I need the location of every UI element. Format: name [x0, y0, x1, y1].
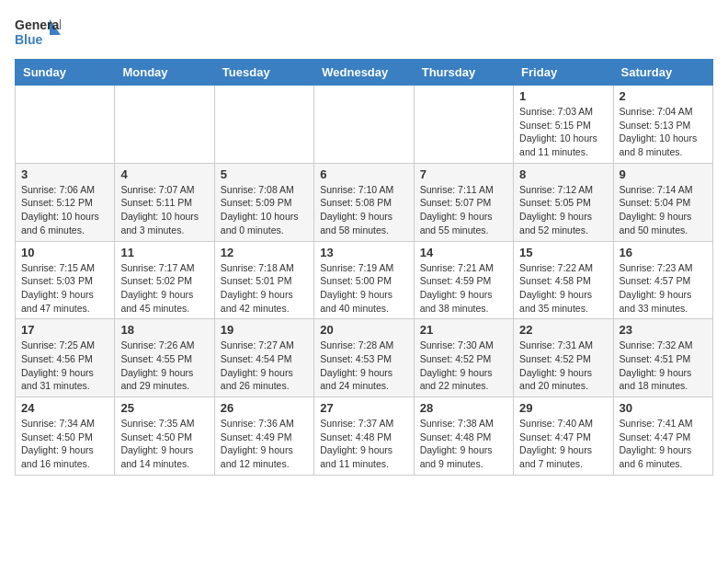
svg-text:General: General: [15, 17, 61, 32]
day-info: Sunrise: 7:08 AM Sunset: 5:09 PM Dayligh…: [221, 183, 308, 237]
calendar-cell: 14Sunrise: 7:21 AM Sunset: 4:59 PM Dayli…: [414, 241, 513, 319]
day-info: Sunrise: 7:31 AM Sunset: 4:52 PM Dayligh…: [519, 339, 607, 393]
calendar-cell: 23Sunrise: 7:32 AM Sunset: 4:51 PM Dayli…: [613, 319, 712, 397]
day-info: Sunrise: 7:40 AM Sunset: 4:47 PM Dayligh…: [519, 417, 607, 471]
day-info: Sunrise: 7:03 AM Sunset: 5:15 PM Dayligh…: [519, 105, 607, 159]
day-number: 12: [221, 246, 308, 259]
calendar-week-3: 10Sunrise: 7:15 AM Sunset: 5:03 PM Dayli…: [16, 241, 713, 319]
day-info: Sunrise: 7:38 AM Sunset: 4:48 PM Dayligh…: [420, 417, 507, 471]
day-number: 18: [120, 323, 208, 337]
day-number: 24: [21, 401, 108, 415]
day-number: 17: [21, 323, 108, 337]
day-number: 15: [519, 246, 607, 259]
calendar-cell: 17Sunrise: 7:25 AM Sunset: 4:56 PM Dayli…: [16, 319, 115, 397]
day-info: Sunrise: 7:14 AM Sunset: 5:04 PM Dayligh…: [620, 183, 707, 237]
col-header-tuesday: Tuesday: [214, 60, 313, 86]
day-number: 28: [420, 401, 507, 415]
day-info: Sunrise: 7:18 AM Sunset: 5:01 PM Dayligh…: [221, 261, 308, 316]
page-header: GeneralBlue: [15, 15, 713, 52]
calendar-cell: 1Sunrise: 7:03 AM Sunset: 5:15 PM Daylig…: [514, 86, 613, 164]
day-info: Sunrise: 7:23 AM Sunset: 4:57 PM Dayligh…: [620, 261, 707, 316]
calendar-cell: 19Sunrise: 7:27 AM Sunset: 4:54 PM Dayli…: [214, 319, 313, 397]
calendar-cell: 26Sunrise: 7:36 AM Sunset: 4:49 PM Dayli…: [214, 397, 313, 476]
day-info: Sunrise: 7:36 AM Sunset: 4:49 PM Dayligh…: [221, 417, 308, 471]
calendar-cell: 25Sunrise: 7:35 AM Sunset: 4:50 PM Dayli…: [115, 397, 214, 476]
calendar-week-5: 24Sunrise: 7:34 AM Sunset: 4:50 PM Dayli…: [16, 397, 713, 476]
day-number: 5: [221, 167, 308, 181]
calendar-cell: 6Sunrise: 7:10 AM Sunset: 5:08 PM Daylig…: [314, 163, 414, 241]
calendar-cell: 21Sunrise: 7:30 AM Sunset: 4:52 PM Dayli…: [414, 319, 513, 397]
calendar-week-4: 17Sunrise: 7:25 AM Sunset: 4:56 PM Dayli…: [16, 319, 713, 397]
day-info: Sunrise: 7:15 AM Sunset: 5:03 PM Dayligh…: [21, 261, 108, 316]
day-info: Sunrise: 7:37 AM Sunset: 4:48 PM Dayligh…: [320, 417, 407, 471]
day-info: Sunrise: 7:21 AM Sunset: 4:59 PM Dayligh…: [420, 261, 507, 316]
col-header-friday: Friday: [514, 60, 613, 86]
calendar-cell: 22Sunrise: 7:31 AM Sunset: 4:52 PM Dayli…: [514, 319, 613, 397]
calendar-cell: [414, 86, 513, 164]
day-number: 30: [620, 401, 707, 415]
calendar-cell: 29Sunrise: 7:40 AM Sunset: 4:47 PM Dayli…: [514, 397, 613, 476]
day-number: 9: [620, 167, 707, 181]
day-info: Sunrise: 7:10 AM Sunset: 5:08 PM Dayligh…: [320, 183, 407, 237]
col-header-monday: Monday: [115, 60, 214, 86]
calendar-cell: 9Sunrise: 7:14 AM Sunset: 5:04 PM Daylig…: [613, 163, 712, 241]
calendar: SundayMondayTuesdayWednesdayThursdayFrid…: [15, 59, 713, 476]
day-number: 29: [519, 401, 607, 415]
day-info: Sunrise: 7:04 AM Sunset: 5:13 PM Dayligh…: [620, 105, 707, 159]
day-info: Sunrise: 7:25 AM Sunset: 4:56 PM Dayligh…: [21, 339, 108, 393]
day-number: 13: [320, 246, 407, 259]
calendar-cell: [115, 86, 214, 164]
calendar-week-1: 1Sunrise: 7:03 AM Sunset: 5:15 PM Daylig…: [16, 86, 713, 164]
day-info: Sunrise: 7:26 AM Sunset: 4:55 PM Dayligh…: [120, 339, 208, 393]
day-number: 26: [221, 401, 308, 415]
calendar-cell: 13Sunrise: 7:19 AM Sunset: 5:00 PM Dayli…: [314, 241, 414, 319]
day-info: Sunrise: 7:27 AM Sunset: 4:54 PM Dayligh…: [221, 339, 308, 393]
calendar-cell: 18Sunrise: 7:26 AM Sunset: 4:55 PM Dayli…: [115, 319, 214, 397]
logo: GeneralBlue: [15, 15, 61, 52]
calendar-cell: 5Sunrise: 7:08 AM Sunset: 5:09 PM Daylig…: [214, 163, 313, 241]
day-info: Sunrise: 7:32 AM Sunset: 4:51 PM Dayligh…: [620, 339, 707, 393]
calendar-header-row: SundayMondayTuesdayWednesdayThursdayFrid…: [16, 60, 713, 86]
day-info: Sunrise: 7:11 AM Sunset: 5:07 PM Dayligh…: [420, 183, 507, 237]
calendar-cell: 15Sunrise: 7:22 AM Sunset: 4:58 PM Dayli…: [514, 241, 613, 319]
calendar-cell: 11Sunrise: 7:17 AM Sunset: 5:02 PM Dayli…: [115, 241, 214, 319]
day-info: Sunrise: 7:07 AM Sunset: 5:11 PM Dayligh…: [120, 183, 208, 237]
col-header-saturday: Saturday: [613, 60, 712, 86]
calendar-cell: 24Sunrise: 7:34 AM Sunset: 4:50 PM Dayli…: [16, 397, 115, 476]
day-number: 1: [519, 89, 607, 103]
day-number: 6: [320, 167, 407, 181]
col-header-wednesday: Wednesday: [314, 60, 414, 86]
calendar-cell: 28Sunrise: 7:38 AM Sunset: 4:48 PM Dayli…: [414, 397, 513, 476]
calendar-cell: [314, 86, 414, 164]
day-number: 8: [519, 167, 607, 181]
day-number: 11: [120, 246, 208, 259]
col-header-sunday: Sunday: [16, 60, 115, 86]
day-number: 7: [420, 167, 507, 181]
calendar-cell: 30Sunrise: 7:41 AM Sunset: 4:47 PM Dayli…: [613, 397, 712, 476]
day-number: 4: [120, 167, 208, 181]
calendar-cell: 8Sunrise: 7:12 AM Sunset: 5:05 PM Daylig…: [514, 163, 613, 241]
day-info: Sunrise: 7:22 AM Sunset: 4:58 PM Dayligh…: [519, 261, 607, 316]
calendar-cell: [214, 86, 313, 164]
day-info: Sunrise: 7:41 AM Sunset: 4:47 PM Dayligh…: [620, 417, 707, 471]
svg-text:Blue: Blue: [15, 32, 43, 47]
day-info: Sunrise: 7:19 AM Sunset: 5:00 PM Dayligh…: [320, 261, 407, 316]
day-number: 3: [21, 167, 108, 181]
day-number: 19: [221, 323, 308, 337]
day-info: Sunrise: 7:28 AM Sunset: 4:53 PM Dayligh…: [320, 339, 407, 393]
calendar-cell: 4Sunrise: 7:07 AM Sunset: 5:11 PM Daylig…: [115, 163, 214, 241]
calendar-cell: 16Sunrise: 7:23 AM Sunset: 4:57 PM Dayli…: [613, 241, 712, 319]
day-info: Sunrise: 7:35 AM Sunset: 4:50 PM Dayligh…: [120, 417, 208, 471]
day-number: 2: [620, 89, 707, 103]
calendar-cell: 3Sunrise: 7:06 AM Sunset: 5:12 PM Daylig…: [16, 163, 115, 241]
day-number: 10: [21, 246, 108, 259]
calendar-cell: 12Sunrise: 7:18 AM Sunset: 5:01 PM Dayli…: [214, 241, 313, 319]
day-info: Sunrise: 7:17 AM Sunset: 5:02 PM Dayligh…: [120, 261, 208, 316]
logo-svg: GeneralBlue: [15, 15, 61, 52]
calendar-cell: [16, 86, 115, 164]
day-number: 23: [620, 323, 707, 337]
day-info: Sunrise: 7:34 AM Sunset: 4:50 PM Dayligh…: [21, 417, 108, 471]
day-number: 21: [420, 323, 507, 337]
day-number: 20: [320, 323, 407, 337]
calendar-cell: 10Sunrise: 7:15 AM Sunset: 5:03 PM Dayli…: [16, 241, 115, 319]
